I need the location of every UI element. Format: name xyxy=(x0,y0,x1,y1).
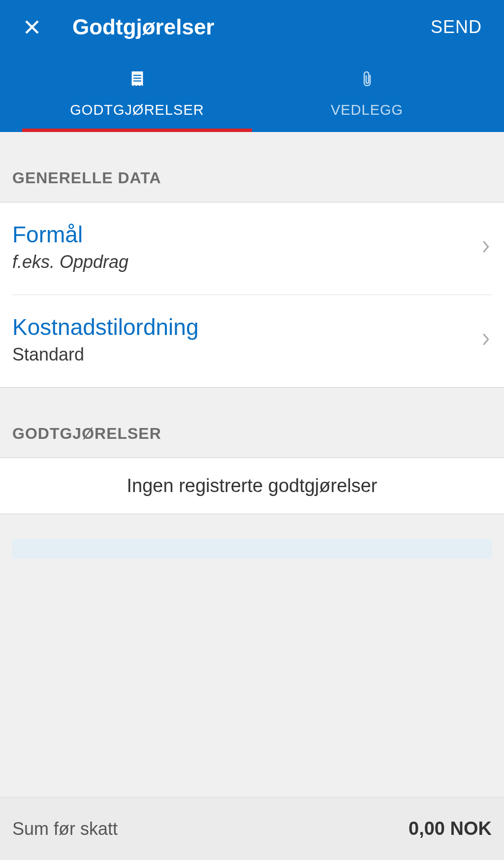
tab-compensations[interactable]: GODTGJØRELSER xyxy=(22,66,252,132)
paperclip-icon xyxy=(359,71,375,87)
general-data-list: Formål f.eks. Oppdrag Kostnadstilordning… xyxy=(0,202,504,388)
empty-compensations-message: Ingen registrerte godtgjørelser xyxy=(0,458,504,514)
sum-label: Sum før skatt xyxy=(12,819,118,839)
close-icon[interactable] xyxy=(22,17,42,37)
purpose-subtitle: f.eks. Oppdrag xyxy=(12,252,480,272)
sum-value: 0,00 NOK xyxy=(409,818,492,839)
tab-attachments-label: VEDLEGG xyxy=(331,102,403,118)
tab-compensations-label: GODTGJØRELSER xyxy=(70,102,204,118)
add-compensation-row[interactable] xyxy=(12,539,492,559)
list-item-purpose[interactable]: Formål f.eks. Oppdrag xyxy=(0,202,504,295)
chevron-right-icon xyxy=(480,241,492,253)
svg-rect-2 xyxy=(133,75,141,76)
purpose-title: Formål xyxy=(12,221,480,248)
section-header-general: GENERELLE DATA xyxy=(0,132,504,202)
cost-assignment-title: Kostnadstilordning xyxy=(12,314,480,340)
content-area: GENERELLE DATA Formål f.eks. Oppdrag Kos… xyxy=(0,132,504,559)
page-title: Godtgjørelser xyxy=(72,15,215,39)
footer-bar: Sum før skatt 0,00 NOK xyxy=(0,797,504,860)
cost-assignment-subtitle: Standard xyxy=(12,344,480,365)
svg-rect-4 xyxy=(133,80,141,81)
list-item-content: Formål f.eks. Oppdrag xyxy=(12,221,480,272)
header-top-bar: Godtgjørelser SEND xyxy=(22,15,482,66)
list-item-cost-assignment[interactable]: Kostnadstilordning Standard xyxy=(0,295,504,387)
receipt-icon xyxy=(129,71,145,87)
tabs-container: GODTGJØRELSER VEDLEGG xyxy=(22,66,482,132)
header-left: Godtgjørelser xyxy=(22,15,215,39)
section-header-compensations: GODTGJØRELSER xyxy=(0,388,504,458)
app-header: Godtgjørelser SEND GODTGJØRELSER VEDLEG xyxy=(0,0,504,132)
svg-rect-3 xyxy=(133,78,141,79)
list-item-content: Kostnadstilordning Standard xyxy=(12,314,480,365)
chevron-right-icon xyxy=(480,333,492,345)
send-button[interactable]: SEND xyxy=(431,17,482,37)
tab-attachments[interactable]: VEDLEGG xyxy=(252,66,482,132)
